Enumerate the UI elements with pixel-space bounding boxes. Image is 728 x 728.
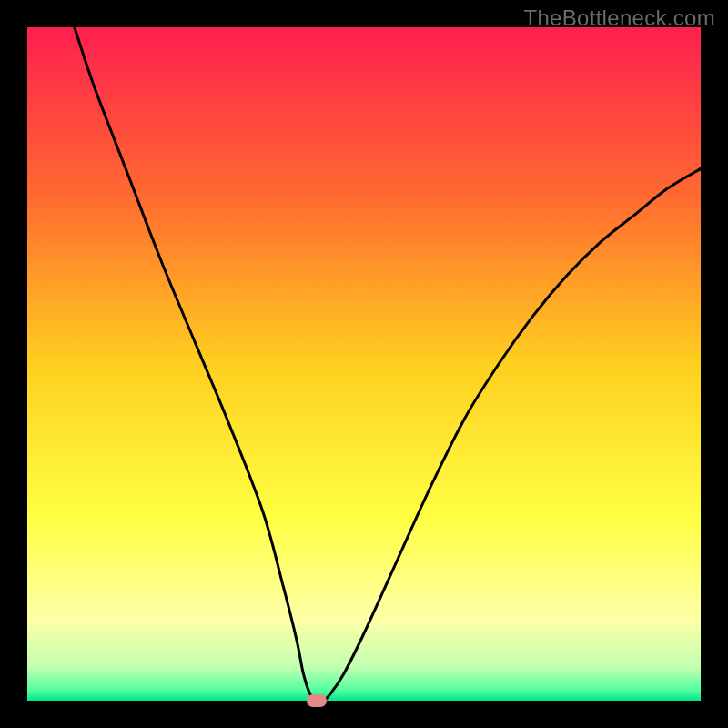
chart-frame: TheBottleneck.com	[0, 0, 728, 728]
watermark-text: TheBottleneck.com	[523, 5, 715, 31]
chart-background	[27, 27, 701, 701]
plot-inner	[27, 27, 701, 701]
min-marker	[307, 694, 327, 707]
plot-area	[27, 27, 701, 701]
chart-svg	[27, 27, 701, 701]
